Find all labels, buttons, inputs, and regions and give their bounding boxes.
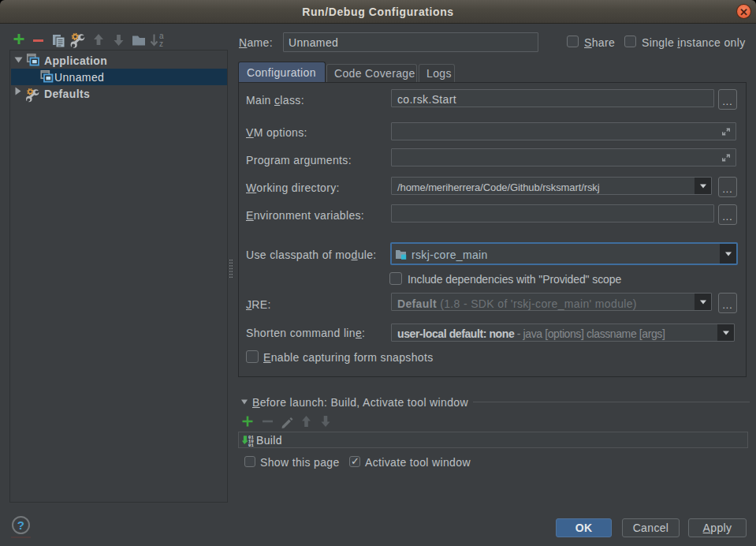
svg-text:z: z	[159, 39, 163, 48]
svg-text:01: 01	[248, 443, 254, 447]
